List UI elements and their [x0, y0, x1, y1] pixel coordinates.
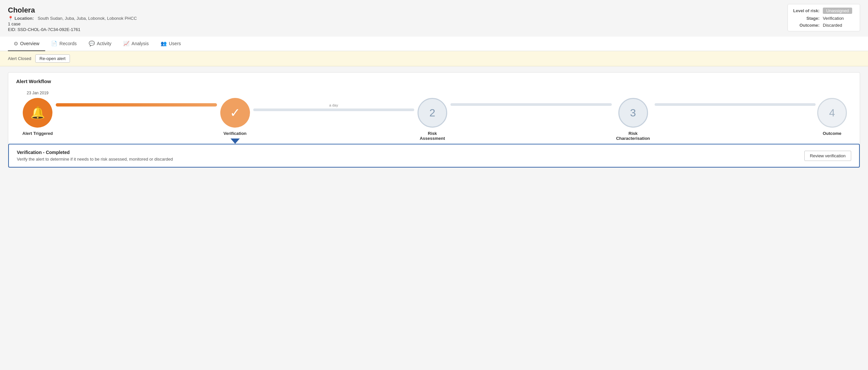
- check-icon: ✓: [230, 105, 240, 120]
- workflow-info-panel: Verification - Completed Verify the aler…: [8, 144, 860, 167]
- step-label-alert: Alert Triggered: [23, 131, 53, 136]
- alert-closed-banner: Alert Closed Re-open alert: [0, 51, 868, 66]
- tabs-bar: ⊙ Overview 📄 Records 💬 Activity 📈 Analys…: [0, 37, 868, 51]
- info-panel-title: Verification - Completed: [17, 150, 173, 155]
- outcome-label: Outcome:: [793, 23, 819, 28]
- risk-label: Level of risk:: [793, 8, 819, 13]
- step-date-alert: 23 Jan 2019: [27, 91, 49, 95]
- connector-line-inactive-2: [253, 109, 414, 111]
- connector-2: a day: [253, 91, 414, 111]
- connector-line-active: [56, 103, 217, 106]
- risk-row: Level of risk: Unassigned: [793, 8, 855, 14]
- step-circle-verification: ✓: [220, 98, 250, 128]
- step-outcome: 4 Outcome: [815, 91, 848, 136]
- step-alert-triggered: 23 Jan 2019 🔔 Alert Triggered: [20, 91, 56, 136]
- verification-arrow: [230, 138, 240, 144]
- step-label-outcome: Outcome: [823, 131, 841, 136]
- bell-icon: 🔔: [30, 106, 45, 120]
- header-cases: 1 case: [8, 22, 860, 26]
- step-verification-wrapper: ✓ Verification: [217, 91, 253, 144]
- main-content: Alert Workflow 23 Jan 2019 🔔 Alert Trigg…: [0, 66, 868, 174]
- workflow-card: Alert Workflow 23 Jan 2019 🔔 Alert Trigg…: [8, 72, 860, 168]
- connector-time-label: a day: [329, 103, 338, 107]
- tab-records-label: Records: [59, 41, 76, 46]
- step-risk-characterisation: 3 RiskCharacterisation: [612, 91, 655, 141]
- tab-activity[interactable]: 💬 Activity: [83, 37, 117, 51]
- connector-line-inactive-3: [451, 103, 612, 106]
- step-risk-assessment: 2 RiskAssessment: [414, 91, 451, 141]
- tab-analysis[interactable]: 📈 Analysis: [117, 37, 155, 51]
- info-card: Level of risk: Unassigned Stage: Verific…: [787, 4, 860, 31]
- workflow-title: Alert Workflow: [16, 79, 852, 84]
- stage-label: Stage:: [793, 16, 819, 21]
- activity-icon: 💬: [89, 40, 95, 47]
- records-icon: 📄: [51, 40, 57, 47]
- header-location: 📍 Location: South Sudan, Juba, Juba, Lob…: [8, 16, 860, 21]
- connector-4: [655, 91, 816, 106]
- header-eid: EID: SSD-CHOL-0A-7C34-092E-1761: [8, 27, 860, 32]
- tab-analysis-label: Analysis: [132, 41, 149, 46]
- step-label-risk-assessment: RiskAssessment: [420, 131, 445, 141]
- step-circle-outcome: 4: [817, 98, 847, 128]
- reopen-alert-button[interactable]: Re-open alert: [35, 54, 70, 63]
- tab-activity-label: Activity: [97, 41, 112, 46]
- tab-users-label: Users: [169, 41, 181, 46]
- step-circle-alert: 🔔: [23, 98, 53, 128]
- connector-line-inactive-4: [655, 103, 816, 106]
- page-title: Cholera: [8, 6, 860, 14]
- step-label-risk-char: RiskCharacterisation: [616, 131, 650, 141]
- outcome-value: Discarded: [823, 23, 842, 28]
- page-header: Cholera 📍 Location: South Sudan, Juba, J…: [0, 0, 868, 37]
- tab-overview-label: Overview: [20, 41, 39, 46]
- analysis-icon: 📈: [123, 40, 130, 47]
- overview-icon: ⊙: [14, 40, 18, 47]
- users-icon: 👥: [161, 40, 167, 47]
- alert-closed-status: Alert Closed: [8, 56, 31, 61]
- stage-row: Stage: Verification: [793, 16, 855, 21]
- tab-records[interactable]: 📄 Records: [45, 37, 83, 51]
- step-circle-risk-char: 3: [618, 98, 648, 128]
- stage-value: Verification: [823, 16, 844, 21]
- step-label-verification: Verification: [223, 131, 246, 136]
- step-circle-risk-assessment: 2: [417, 98, 447, 128]
- workflow-info-panel-wrapper: Verification - Completed Verify the aler…: [16, 144, 852, 167]
- connector-1: [56, 91, 217, 108]
- outcome-row: Outcome: Discarded: [793, 23, 855, 28]
- workflow-info-text: Verification - Completed Verify the aler…: [17, 150, 173, 162]
- risk-value: Unassigned: [823, 8, 852, 14]
- tab-users[interactable]: 👥 Users: [155, 37, 187, 51]
- location-icon: 📍: [8, 16, 13, 21]
- review-verification-button[interactable]: Review verification: [804, 151, 851, 161]
- connector-3: [451, 91, 612, 106]
- info-panel-description: Verify the alert to determine if it need…: [17, 157, 173, 162]
- tab-overview[interactable]: ⊙ Overview: [8, 37, 45, 51]
